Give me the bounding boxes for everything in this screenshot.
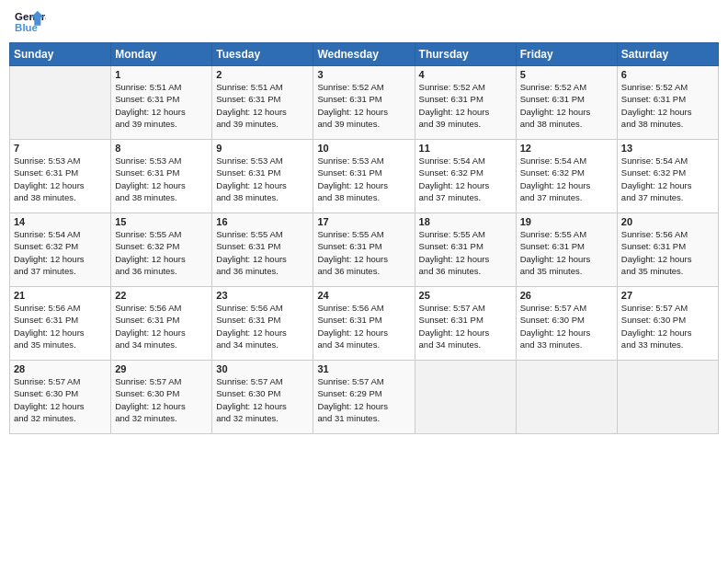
calendar-week-row: 28Sunrise: 5:57 AM Sunset: 6:30 PM Dayli… <box>10 361 719 434</box>
day-number: 15 <box>115 216 208 227</box>
day-info: Sunrise: 5:57 AM Sunset: 6:30 PM Dayligh… <box>621 302 714 350</box>
calendar-cell: 31Sunrise: 5:57 AM Sunset: 6:29 PM Dayli… <box>313 361 415 434</box>
day-number: 28 <box>14 363 107 374</box>
calendar-cell: 28Sunrise: 5:57 AM Sunset: 6:30 PM Dayli… <box>10 361 111 434</box>
logo: General Blue <box>13 9 46 37</box>
day-number: 7 <box>14 143 107 154</box>
day-info: Sunrise: 5:57 AM Sunset: 6:30 PM Dayligh… <box>115 375 208 424</box>
calendar-cell: 5Sunrise: 5:52 AM Sunset: 6:31 PM Daylig… <box>516 66 617 140</box>
calendar-table: SundayMondayTuesdayWednesdayThursdayFrid… <box>9 42 719 434</box>
calendar-week-row: 7Sunrise: 5:53 AM Sunset: 6:31 PM Daylig… <box>10 140 719 213</box>
day-info: Sunrise: 5:52 AM Sunset: 6:31 PM Dayligh… <box>419 81 512 130</box>
day-info: Sunrise: 5:55 AM Sunset: 6:31 PM Dayligh… <box>317 228 410 277</box>
calendar-cell: 20Sunrise: 5:56 AM Sunset: 6:31 PM Dayli… <box>617 213 718 287</box>
day-info: Sunrise: 5:55 AM Sunset: 6:31 PM Dayligh… <box>216 228 309 277</box>
day-number: 31 <box>317 363 410 374</box>
day-info: Sunrise: 5:52 AM Sunset: 6:31 PM Dayligh… <box>317 81 410 130</box>
weekday-header: Thursday <box>415 43 516 66</box>
day-info: Sunrise: 5:54 AM Sunset: 6:32 PM Dayligh… <box>419 155 512 203</box>
calendar-cell <box>415 361 516 434</box>
day-info: Sunrise: 5:56 AM Sunset: 6:31 PM Dayligh… <box>14 302 107 350</box>
calendar-cell: 29Sunrise: 5:57 AM Sunset: 6:30 PM Dayli… <box>111 361 212 434</box>
day-info: Sunrise: 5:57 AM Sunset: 6:31 PM Dayligh… <box>419 302 512 350</box>
day-info: Sunrise: 5:54 AM Sunset: 6:32 PM Dayligh… <box>621 155 714 203</box>
day-number: 24 <box>317 290 410 301</box>
day-info: Sunrise: 5:51 AM Sunset: 6:31 PM Dayligh… <box>115 81 208 130</box>
calendar-cell: 19Sunrise: 5:55 AM Sunset: 6:31 PM Dayli… <box>516 213 617 287</box>
weekday-header-row: SundayMondayTuesdayWednesdayThursdayFrid… <box>10 43 719 66</box>
calendar-cell: 4Sunrise: 5:52 AM Sunset: 6:31 PM Daylig… <box>415 66 516 140</box>
calendar-cell: 24Sunrise: 5:56 AM Sunset: 6:31 PM Dayli… <box>313 287 415 361</box>
day-info: Sunrise: 5:57 AM Sunset: 6:29 PM Dayligh… <box>317 375 410 424</box>
day-number: 6 <box>621 69 714 80</box>
calendar-cell <box>516 361 617 434</box>
day-number: 25 <box>419 290 512 301</box>
day-info: Sunrise: 5:56 AM Sunset: 6:31 PM Dayligh… <box>216 302 309 350</box>
day-number: 9 <box>216 143 309 154</box>
day-number: 11 <box>419 143 512 154</box>
calendar-cell: 12Sunrise: 5:54 AM Sunset: 6:32 PM Dayli… <box>516 140 617 213</box>
day-number: 21 <box>14 290 107 301</box>
calendar-cell: 2Sunrise: 5:51 AM Sunset: 6:31 PM Daylig… <box>212 66 313 140</box>
day-number: 18 <box>419 216 512 227</box>
svg-text:Blue: Blue <box>15 22 38 33</box>
day-number: 16 <box>216 216 309 227</box>
page-header: General Blue <box>9 9 719 37</box>
day-number: 10 <box>317 143 410 154</box>
weekday-header: Saturday <box>617 43 718 66</box>
day-info: Sunrise: 5:56 AM Sunset: 6:31 PM Dayligh… <box>115 302 208 350</box>
day-info: Sunrise: 5:53 AM Sunset: 6:31 PM Dayligh… <box>115 155 208 203</box>
day-info: Sunrise: 5:52 AM Sunset: 6:31 PM Dayligh… <box>520 81 613 130</box>
day-info: Sunrise: 5:53 AM Sunset: 6:31 PM Dayligh… <box>317 155 410 203</box>
calendar-cell: 16Sunrise: 5:55 AM Sunset: 6:31 PM Dayli… <box>212 213 313 287</box>
calendar-cell: 10Sunrise: 5:53 AM Sunset: 6:31 PM Dayli… <box>313 140 415 213</box>
day-number: 12 <box>520 143 613 154</box>
calendar-cell: 23Sunrise: 5:56 AM Sunset: 6:31 PM Dayli… <box>212 287 313 361</box>
calendar-header: SundayMondayTuesdayWednesdayThursdayFrid… <box>10 43 719 66</box>
weekday-header: Wednesday <box>313 43 415 66</box>
calendar-cell: 25Sunrise: 5:57 AM Sunset: 6:31 PM Dayli… <box>415 287 516 361</box>
calendar-cell: 13Sunrise: 5:54 AM Sunset: 6:32 PM Dayli… <box>617 140 718 213</box>
day-number: 17 <box>317 216 410 227</box>
calendar-week-row: 1Sunrise: 5:51 AM Sunset: 6:31 PM Daylig… <box>10 66 719 140</box>
day-number: 2 <box>216 69 309 80</box>
calendar-cell: 17Sunrise: 5:55 AM Sunset: 6:31 PM Dayli… <box>313 213 415 287</box>
calendar-cell: 26Sunrise: 5:57 AM Sunset: 6:30 PM Dayli… <box>516 287 617 361</box>
day-number: 23 <box>216 290 309 301</box>
day-number: 30 <box>216 363 309 374</box>
day-info: Sunrise: 5:57 AM Sunset: 6:30 PM Dayligh… <box>520 302 613 350</box>
day-info: Sunrise: 5:55 AM Sunset: 6:32 PM Dayligh… <box>115 228 208 277</box>
calendar-cell: 30Sunrise: 5:57 AM Sunset: 6:30 PM Dayli… <box>212 361 313 434</box>
day-info: Sunrise: 5:57 AM Sunset: 6:30 PM Dayligh… <box>216 375 309 424</box>
day-info: Sunrise: 5:52 AM Sunset: 6:31 PM Dayligh… <box>621 81 714 130</box>
calendar-week-row: 14Sunrise: 5:54 AM Sunset: 6:32 PM Dayli… <box>10 213 719 287</box>
calendar-cell: 14Sunrise: 5:54 AM Sunset: 6:32 PM Dayli… <box>10 213 111 287</box>
day-info: Sunrise: 5:56 AM Sunset: 6:31 PM Dayligh… <box>317 302 410 350</box>
calendar-cell: 7Sunrise: 5:53 AM Sunset: 6:31 PM Daylig… <box>10 140 111 213</box>
calendar-body: 1Sunrise: 5:51 AM Sunset: 6:31 PM Daylig… <box>10 66 719 434</box>
weekday-header: Friday <box>516 43 617 66</box>
day-number: 26 <box>520 290 613 301</box>
calendar-cell: 6Sunrise: 5:52 AM Sunset: 6:31 PM Daylig… <box>617 66 718 140</box>
day-number: 1 <box>115 69 208 80</box>
calendar-week-row: 21Sunrise: 5:56 AM Sunset: 6:31 PM Dayli… <box>10 287 719 361</box>
day-info: Sunrise: 5:54 AM Sunset: 6:32 PM Dayligh… <box>14 228 107 277</box>
day-info: Sunrise: 5:57 AM Sunset: 6:30 PM Dayligh… <box>14 375 107 424</box>
weekday-header: Monday <box>111 43 212 66</box>
calendar-cell <box>617 361 718 434</box>
day-number: 20 <box>621 216 714 227</box>
day-number: 13 <box>621 143 714 154</box>
day-number: 8 <box>115 143 208 154</box>
calendar-cell: 27Sunrise: 5:57 AM Sunset: 6:30 PM Dayli… <box>617 287 718 361</box>
day-info: Sunrise: 5:55 AM Sunset: 6:31 PM Dayligh… <box>419 228 512 277</box>
day-number: 27 <box>621 290 714 301</box>
calendar-cell: 11Sunrise: 5:54 AM Sunset: 6:32 PM Dayli… <box>415 140 516 213</box>
calendar-cell: 3Sunrise: 5:52 AM Sunset: 6:31 PM Daylig… <box>313 66 415 140</box>
day-number: 5 <box>520 69 613 80</box>
day-number: 22 <box>115 290 208 301</box>
calendar-cell: 15Sunrise: 5:55 AM Sunset: 6:32 PM Dayli… <box>111 213 212 287</box>
day-number: 14 <box>14 216 107 227</box>
day-info: Sunrise: 5:51 AM Sunset: 6:31 PM Dayligh… <box>216 81 309 130</box>
weekday-header: Tuesday <box>212 43 313 66</box>
calendar-cell: 1Sunrise: 5:51 AM Sunset: 6:31 PM Daylig… <box>111 66 212 140</box>
